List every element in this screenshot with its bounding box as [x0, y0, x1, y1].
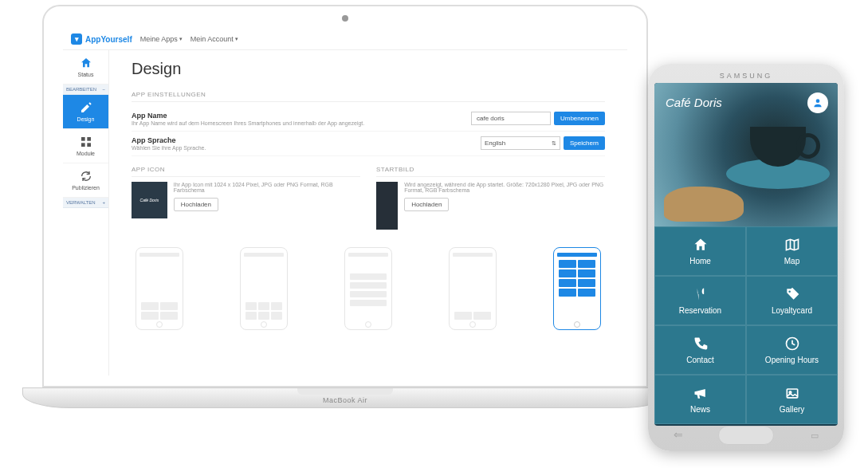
tile-hours[interactable]: Opening Hours — [746, 325, 838, 375]
laptop-model-label: MacBook Air — [323, 396, 367, 404]
phone-brand: SAMSUNG — [654, 70, 838, 83]
layout-options — [132, 247, 605, 330]
cutlery-icon — [693, 286, 709, 302]
sidebar: Status BEARBEITEN− Design Module — [63, 50, 109, 376]
modules-icon — [80, 136, 92, 148]
layout-option-3[interactable] — [340, 247, 396, 330]
sidebar-section-bearbeiten[interactable]: BEARBEITEN− — [63, 85, 108, 95]
tile-reservation[interactable]: Reservation — [654, 276, 746, 325]
user-icon — [812, 97, 823, 108]
select-arrows-icon: ⇅ — [552, 140, 556, 147]
top-nav: ▾ AppYourself Meine Apps▾ Mein Account▾ — [63, 29, 627, 50]
phone-icon — [693, 336, 709, 352]
layout-option-1[interactable] — [132, 247, 187, 330]
save-button[interactable]: Speichern — [564, 136, 605, 150]
nav-meine-apps[interactable]: Meine Apps▾ — [140, 35, 183, 43]
app-lang-desc: Wählen Sie ihre App Sprache. — [132, 145, 481, 151]
camera-dot — [342, 15, 348, 22]
svg-rect-0 — [81, 137, 85, 141]
svg-rect-1 — [87, 137, 91, 141]
phone-back-button[interactable]: ⇐ — [674, 428, 683, 441]
app-icon-desc: Ihr App Icon mit 1024 x 1024 Pixel, JPG … — [174, 182, 360, 193]
cafe-logo: Café Doris — [666, 96, 722, 109]
tile-loyalty[interactable]: Loyaltycard — [746, 276, 838, 325]
brand-text: AppYourself — [85, 35, 132, 44]
tile-contact[interactable]: Contact — [654, 325, 746, 375]
profile-button[interactable] — [807, 92, 828, 113]
rename-button[interactable]: Umbenennen — [554, 112, 605, 125]
refresh-icon — [80, 170, 92, 183]
tile-gallery[interactable]: Gallery — [746, 375, 838, 424]
megaphone-icon — [693, 385, 709, 401]
upload-icon-button[interactable]: Hochladen — [174, 198, 218, 211]
tile-news[interactable]: News — [654, 375, 746, 424]
sidebar-item-design[interactable]: Design — [63, 95, 108, 129]
laptop-mockup: ▾ AppYourself Meine Apps▾ Mein Account▾ … — [22, 5, 668, 408]
nav-mein-account[interactable]: Mein Account▾ — [190, 35, 238, 43]
tile-grid: Home Map Reservation Loyaltycard Contact — [654, 226, 838, 424]
tag-icon — [784, 286, 800, 302]
laptop-base: MacBook Air — [22, 387, 668, 408]
page-title: Design — [132, 60, 605, 78]
map-icon — [784, 237, 800, 253]
app-lang-select[interactable]: English ⇅ — [481, 136, 560, 150]
hero-image: Café Doris — [654, 83, 838, 226]
phone-recents-button[interactable]: ▭ — [811, 431, 819, 441]
tile-home[interactable]: Home — [654, 226, 746, 276]
svg-point-4 — [816, 99, 820, 103]
brand[interactable]: ▾ AppYourself — [71, 33, 132, 45]
tile-map[interactable]: Map — [746, 226, 838, 276]
brand-mark-icon: ▾ — [71, 33, 82, 45]
gallery-icon — [784, 385, 800, 401]
app-icon-thumbnail: Café Doris — [132, 182, 167, 218]
app-name-label: App Name — [132, 112, 471, 120]
edit-icon — [80, 101, 92, 114]
setting-app-name: App Name Ihr App Name wird auf dem Homes… — [132, 107, 605, 132]
minus-icon: − — [102, 87, 105, 92]
caret-icon: ▾ — [179, 36, 183, 42]
plus-icon: + — [102, 200, 105, 205]
layout-option-5[interactable] — [549, 247, 605, 330]
sidebar-section-verwalten[interactable]: VERWALTEN+ — [63, 198, 108, 208]
startbild-desc: Wird angezeigt, während die App startet.… — [404, 182, 605, 193]
layout-option-4[interactable] — [445, 247, 501, 330]
sidebar-item-module[interactable]: Module — [63, 129, 108, 163]
app-name-input[interactable]: cafe doris — [471, 112, 551, 125]
main-content: Design APP EINSTELLUNGEN App Name Ihr Ap… — [109, 50, 627, 376]
clock-icon — [784, 336, 800, 352]
svg-rect-7 — [787, 389, 797, 398]
svg-point-5 — [788, 290, 791, 293]
caret-icon: ▾ — [235, 36, 238, 42]
phone-mockup: SAMSUNG Café Doris Home Map — [648, 64, 844, 451]
svg-rect-2 — [81, 143, 85, 147]
phone-home-button[interactable] — [718, 426, 774, 445]
app-name-desc: Ihr App Name wird auf dem Homescreen Ihr… — [132, 120, 471, 126]
sidebar-item-status[interactable]: Status — [63, 50, 108, 85]
app-screen: ▾ AppYourself Meine Apps▾ Mein Account▾ … — [63, 29, 627, 376]
phone-screen: Café Doris Home Map Reservation — [654, 83, 838, 426]
svg-rect-3 — [87, 143, 91, 147]
section-app-icon: APP ICON — [132, 166, 360, 177]
section-startbild: STARTBILD — [376, 166, 605, 177]
startbild-thumbnail — [376, 182, 398, 230]
home-icon — [693, 237, 709, 253]
home-icon — [80, 57, 92, 69]
setting-app-language: App Sprache Wählen Sie ihre App Sprache.… — [132, 132, 605, 156]
layout-option-2[interactable] — [236, 247, 292, 330]
app-lang-label: App Sprache — [132, 136, 481, 144]
upload-startbild-button[interactable]: Hochladen — [404, 198, 449, 211]
section-app-settings: APP EINSTELLUNGEN — [132, 91, 605, 102]
sidebar-item-publizieren[interactable]: Publizieren — [63, 163, 108, 198]
